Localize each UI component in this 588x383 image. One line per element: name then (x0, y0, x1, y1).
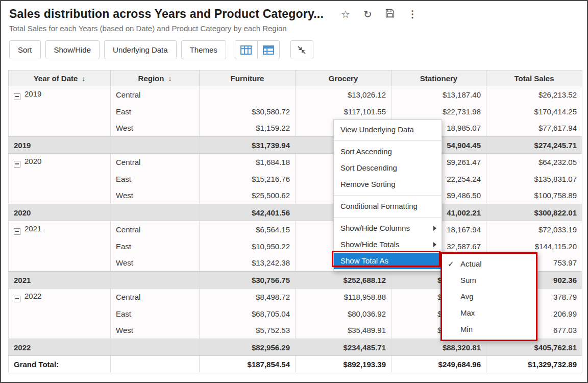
region-cell[interactable]: West (111, 187, 200, 204)
grocery-value-cell[interactable]: $13,026.12 (296, 86, 391, 103)
total-sales-value-cell[interactable]: $300,822.01 (486, 204, 582, 221)
collapse-row-icon[interactable] (14, 228, 20, 235)
grocery-value-cell[interactable]: $234,485.71 (296, 339, 391, 356)
region-cell[interactable]: Central (111, 221, 200, 238)
themes-button[interactable]: Themes (181, 40, 226, 59)
sort-button[interactable]: Sort (9, 40, 41, 59)
grocery-value-cell[interactable]: $252,688.12 (296, 272, 391, 289)
year-cell[interactable]: 2022 (9, 339, 111, 356)
show-hide-button[interactable]: Show/Hide (45, 40, 100, 59)
tabular-pivot-view-button[interactable] (257, 41, 279, 59)
total-sales-value-cell[interactable]: $26,213.52 (486, 86, 582, 103)
table-row[interactable]: West $25,500.62 $9,486.50 $100,758.89 (9, 187, 582, 204)
furniture-value-cell[interactable]: $68,705.04 (200, 305, 296, 322)
furniture-value-cell[interactable]: $42,401.56 (200, 204, 296, 221)
total-sales-value-cell[interactable]: $405,762.81 (486, 339, 582, 356)
region-cell[interactable]: Central (111, 86, 200, 103)
column-header-year-of-date[interactable]: Year of Date↓ (9, 70, 111, 86)
stationery-value-cell[interactable]: $22,731.98 (391, 103, 486, 120)
table-row[interactable]: 2019 $31,739.94 54,904.45 $274,245.71 (9, 137, 582, 154)
region-cell[interactable]: East (111, 305, 200, 322)
column-header-grocery[interactable]: Grocery (296, 70, 391, 86)
furniture-value-cell[interactable]: $187,854.54 (200, 356, 296, 373)
furniture-value-cell[interactable]: $5,752.53 (200, 322, 296, 339)
submenu-item-avg[interactable]: Avg (442, 289, 536, 305)
year-cell[interactable] (9, 322, 111, 339)
grocery-value-cell[interactable]: $35,489.91 (296, 322, 391, 339)
stationery-value-cell[interactable]: $249,684.96 (391, 356, 486, 373)
table-row[interactable]: 2019 Central $13,026.12 $13,187.40 $26,2… (9, 86, 582, 103)
total-sales-value-cell[interactable]: $100,758.89 (486, 187, 582, 204)
stationery-value-cell[interactable]: $13,187.40 (391, 86, 486, 103)
year-cell[interactable]: 2019 (9, 86, 111, 103)
total-sales-value-cell[interactable]: $64,232.05 (486, 154, 582, 171)
column-header-furniture[interactable]: Furniture (200, 70, 296, 86)
year-cell[interactable]: 2021 (9, 272, 111, 289)
year-cell[interactable]: 2019 (9, 137, 111, 154)
table-row[interactable]: 2020 Central $1,684.18 $9,261.47 $64,232… (9, 154, 582, 171)
menu-item-remove-sorting[interactable]: Remove Sorting (334, 176, 442, 193)
menu-item-sort-descending[interactable]: Sort Descending (334, 160, 442, 176)
furniture-value-cell[interactable]: $82,956.29 (200, 339, 296, 356)
column-header-stationery[interactable]: Stationery (391, 70, 486, 86)
year-cell[interactable] (9, 255, 111, 272)
table-row[interactable]: East $15,216.76 22,254.24 $135,831.07 (9, 171, 582, 187)
grocery-value-cell[interactable]: $80,036.92 (296, 305, 391, 322)
year-cell[interactable] (9, 171, 111, 187)
furniture-value-cell[interactable]: $1,684.18 (200, 154, 296, 171)
menu-item-show-total-as[interactable]: Show Total As (334, 253, 442, 269)
grocery-value-cell[interactable]: $117,101.55 (296, 103, 391, 120)
total-sales-value-cell[interactable]: $1,329,732.89 (486, 356, 582, 373)
collapse-all-button[interactable] (290, 40, 313, 59)
region-cell[interactable]: East (111, 238, 200, 255)
year-cell[interactable]: 2021 (9, 221, 111, 238)
furniture-value-cell[interactable]: $1,159.22 (200, 120, 296, 137)
furniture-value-cell[interactable]: $15,216.76 (200, 171, 296, 187)
furniture-value-cell[interactable]: $31,739.94 (200, 137, 296, 154)
refresh-icon[interactable]: ↻ (363, 9, 372, 19)
column-header-region[interactable]: Region↓ (111, 70, 200, 86)
year-cell[interactable] (9, 120, 111, 137)
year-cell[interactable]: 2020 (9, 204, 111, 221)
region-cell[interactable]: East (111, 171, 200, 187)
region-cell[interactable] (111, 204, 200, 221)
region-cell[interactable] (111, 356, 200, 373)
region-cell[interactable]: Central (111, 154, 200, 171)
year-cell[interactable]: Grand Total: (9, 356, 111, 373)
furniture-value-cell[interactable]: $30,580.72 (200, 103, 296, 120)
region-cell[interactable]: Central (111, 289, 200, 305)
compact-pivot-view-button[interactable] (235, 41, 257, 59)
menu-item-show-hide-columns[interactable]: Show/Hide Columns (334, 220, 442, 236)
furniture-value-cell[interactable]: $25,500.62 (200, 187, 296, 204)
stationery-value-cell[interactable]: $88,320.81 (391, 339, 486, 356)
year-cell[interactable] (9, 103, 111, 120)
grocery-value-cell[interactable]: $892,193.39 (296, 356, 391, 373)
year-cell[interactable]: 2020 (9, 154, 111, 171)
furniture-value-cell[interactable]: $30,756.75 (200, 272, 296, 289)
region-cell[interactable] (111, 339, 200, 356)
region-cell[interactable]: West (111, 255, 200, 272)
total-sales-value-cell[interactable]: $77,617.94 (486, 120, 582, 137)
table-row[interactable]: Grand Total: $187,854.54 $892,193.39 $24… (9, 356, 582, 373)
region-cell[interactable] (111, 272, 200, 289)
region-cell[interactable]: East (111, 103, 200, 120)
total-sales-value-cell[interactable]: $274,245.71 (486, 137, 582, 154)
year-cell[interactable] (9, 238, 111, 255)
table-row[interactable]: 2020 $42,401.56 41,002.21 $300,822.01 (9, 204, 582, 221)
sort-desc-icon[interactable]: ↓ (82, 75, 85, 83)
save-icon[interactable] (385, 9, 395, 19)
collapse-row-icon[interactable] (14, 161, 20, 167)
table-row[interactable]: 2021 Central $6,564.15 18,167.94 $72,033… (9, 221, 582, 238)
year-cell[interactable]: 2022 (9, 289, 111, 305)
year-cell[interactable] (9, 305, 111, 322)
submenu-item-max[interactable]: Max (442, 305, 536, 321)
table-row[interactable]: 2022 $82,956.29 $234,485.71 $88,320.81 $… (9, 339, 582, 356)
furniture-value-cell[interactable]: $13,242.38 (200, 255, 296, 272)
submenu-item-actual[interactable]: ✓Actual (442, 256, 536, 272)
collapse-row-icon[interactable] (14, 93, 20, 100)
furniture-value-cell[interactable]: $8,498.72 (200, 289, 296, 305)
total-sales-value-cell[interactable]: $170,414.25 (486, 103, 582, 120)
grocery-value-cell[interactable]: $118,958.88 (296, 289, 391, 305)
favorite-star-icon[interactable]: ☆ (341, 9, 350, 19)
table-row[interactable]: West $1,159.22 18,985.07 $77,617.94 (9, 120, 582, 137)
